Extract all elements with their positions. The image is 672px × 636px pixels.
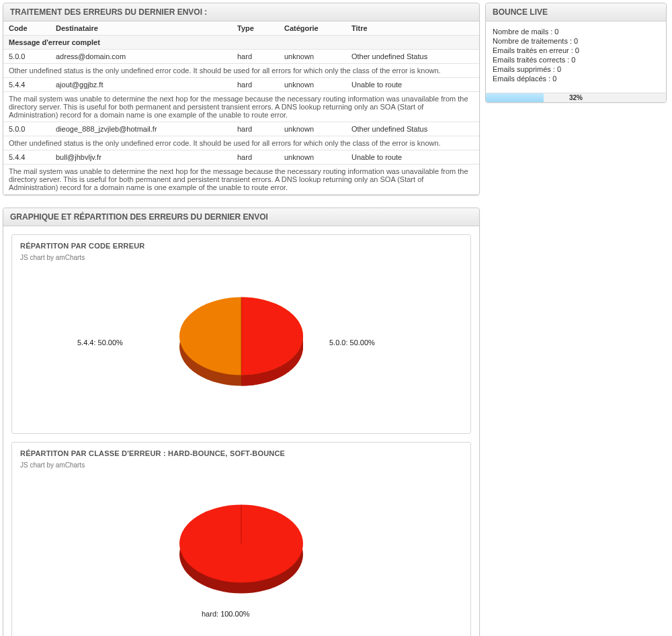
bounce-stat-line: Nombre de traitements : 0 bbox=[493, 36, 659, 46]
chart-classe-erreur: RÉPARTITON PAR CLASSE D'ERREUR : HARD-BO… bbox=[11, 442, 471, 636]
pie-chart-2[interactable]: hard: 100.00% bbox=[20, 475, 462, 630]
col-type: Type bbox=[232, 21, 279, 36]
cell-type: hard bbox=[232, 78, 279, 92]
pie2-label: hard: 100.00% bbox=[202, 610, 250, 618]
errors-table: Code Destinataire Type Catégorie Titre M… bbox=[3, 21, 479, 195]
table-row: 5.4.4ajout@ggjbz.fthardunknownUnable to … bbox=[3, 78, 479, 92]
table-row-msg: The mail system was unable to determine … bbox=[3, 92, 479, 122]
charts-panel: GRAPHIQUE ET RÉPARTITION DES ERREURS DU … bbox=[3, 208, 480, 636]
cell-dest: ajout@ggjbz.ft bbox=[50, 78, 232, 92]
bounce-live-panel: BOUNCE LIVE Nombre de mails : 0Nombre de… bbox=[485, 3, 667, 103]
chart-credit-2[interactable]: JS chart by amCharts bbox=[20, 461, 462, 469]
bounce-stat-line: Emails déplacés : 0 bbox=[493, 74, 659, 83]
pie1-label-right: 5.0.0: 50.00% bbox=[329, 338, 375, 347]
cell-titre: Other undefined Status bbox=[346, 122, 479, 136]
bounce-stat-line: Emails traités en erreur : 0 bbox=[493, 46, 659, 55]
chart2-title: RÉPARTITON PAR CLASSE D'ERREUR : HARD-BO… bbox=[20, 449, 462, 457]
pie1-label-left: 5.4.4: 50.00% bbox=[77, 338, 123, 347]
col-cat: Catégorie bbox=[279, 21, 346, 36]
cell-cat: unknown bbox=[279, 50, 346, 64]
table-row-msg: The mail system was unable to determine … bbox=[3, 165, 479, 195]
cell-msg: The mail system was unable to determine … bbox=[3, 92, 479, 122]
table-row-msg: Other undefined status is the only undef… bbox=[3, 136, 479, 150]
bounce-progress-label: 32% bbox=[486, 93, 666, 102]
cell-titre: Unable to route bbox=[346, 78, 479, 92]
bounce-progress: 32% bbox=[486, 93, 666, 102]
cell-code: 5.4.4 bbox=[3, 78, 50, 92]
charts-panel-title: GRAPHIQUE ET RÉPARTITION DES ERREURS DU … bbox=[3, 208, 479, 226]
col-code: Code bbox=[3, 21, 50, 36]
col-titre: Titre bbox=[346, 21, 479, 36]
bounce-stat-line: Nombre de mails : 0 bbox=[493, 27, 659, 36]
bounce-live-title: BOUNCE LIVE bbox=[486, 3, 666, 21]
col-msg: Message d'erreur complet bbox=[3, 36, 479, 50]
cell-type: hard bbox=[232, 50, 279, 64]
cell-code: 5.0.0 bbox=[3, 122, 50, 136]
cell-dest: adress@domain.com bbox=[50, 50, 232, 64]
table-row-msg: Other undefined status is the only undef… bbox=[3, 64, 479, 78]
cell-msg: Other undefined status is the only undef… bbox=[3, 136, 479, 150]
bounce-stat-line: Emails supprimés : 0 bbox=[493, 64, 659, 74]
col-dest: Destinataire bbox=[50, 21, 232, 36]
table-row: 5.0.0dieoge_888_jzvjleb@hotmail.frhardun… bbox=[3, 122, 479, 136]
errors-panel-title: TRAITEMENT DES ERREURS DU DERNIER ENVOI … bbox=[3, 3, 479, 21]
cell-titre: Unable to route bbox=[346, 150, 479, 165]
chart-credit[interactable]: JS chart by amCharts bbox=[20, 254, 462, 261]
pie-chart-1[interactable]: 5.4.4: 50.00% 5.0.0: 50.00% bbox=[20, 268, 462, 422]
errors-panel: TRAITEMENT DES ERREURS DU DERNIER ENVOI … bbox=[3, 3, 480, 195]
cell-type: hard bbox=[232, 150, 279, 165]
table-row: 5.0.0adress@domain.comhardunknownOther u… bbox=[3, 50, 479, 64]
cell-code: 5.0.0 bbox=[3, 50, 50, 64]
cell-titre: Other undefined Status bbox=[346, 50, 479, 64]
cell-msg: The mail system was unable to determine … bbox=[3, 165, 479, 195]
cell-type: hard bbox=[232, 122, 279, 136]
cell-code: 5.4.4 bbox=[3, 150, 50, 165]
cell-cat: unknown bbox=[279, 150, 346, 165]
chart-code-erreur: RÉPARTITON PAR CODE ERREUR JS chart by a… bbox=[11, 234, 471, 434]
cell-cat: unknown bbox=[279, 78, 346, 92]
chart1-title: RÉPARTITON PAR CODE ERREUR bbox=[20, 242, 462, 250]
table-row: 5.4.4bull@jhbvljv.frhardunknownUnable to… bbox=[3, 150, 479, 165]
cell-msg: Other undefined status is the only undef… bbox=[3, 64, 479, 78]
cell-dest: bull@jhbvljv.fr bbox=[50, 150, 232, 165]
bounce-stat-line: Emails traités corrects : 0 bbox=[493, 55, 659, 64]
cell-cat: unknown bbox=[279, 122, 346, 136]
cell-dest: dieoge_888_jzvjleb@hotmail.fr bbox=[50, 122, 232, 136]
